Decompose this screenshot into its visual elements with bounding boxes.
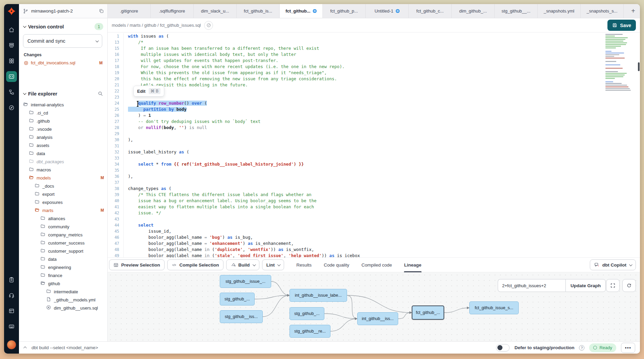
code-line[interactable]: 23 [108, 94, 640, 100]
file-tab[interactable]: _snapshots.yml [538, 4, 581, 18]
code-line[interactable]: 49 boolor_agg(label_name in ('stale', 'g… [108, 253, 640, 257]
tree-folder-item[interactable]: .ci_cd [19, 109, 107, 117]
update-graph-button[interactable]: Update Graph [565, 279, 606, 292]
changed-file-item[interactable]: fct_dbt_invocations.sql M [19, 59, 107, 66]
code-line[interactable]: 35 [108, 167, 640, 173]
explore-icon[interactable] [6, 102, 17, 113]
tree-folder-item[interactable]: martsM [19, 206, 107, 214]
tree-folder-item[interactable]: _docs [19, 182, 107, 190]
editor-scrollbar[interactable] [638, 62, 640, 71]
lineage-node[interactable]: stg_github__issue_... [220, 275, 271, 288]
tree-folder-item[interactable]: macros [19, 166, 107, 174]
file-tab[interactable]: fct_github_p... [323, 4, 366, 18]
new-tab-button[interactable]: + [626, 4, 640, 18]
code-line[interactable]: 30), [108, 137, 640, 143]
dbt-logo[interactable] [4, 4, 19, 18]
code-line[interactable]: 13 /* [108, 39, 640, 45]
tree-folder-item[interactable]: dbt_packages [19, 157, 107, 166]
dbt-copilot-button[interactable]: dbt Copilot [590, 259, 636, 270]
file-tab[interactable]: .sqlfluffignore [151, 4, 194, 18]
tree-folder-item[interactable]: data [19, 149, 107, 157]
dashboard-icon[interactable] [6, 56, 17, 66]
user-avatar[interactable] [7, 340, 16, 350]
lineage-node[interactable]: int_github__issue_labe... [289, 289, 347, 302]
lineage-node[interactable]: int_github__iss... [357, 312, 398, 325]
tree-folder-item[interactable]: engineering [19, 263, 107, 271]
tree-folder-item[interactable]: alliances [19, 214, 107, 223]
tree-folder-item[interactable]: .vscode [19, 125, 107, 133]
code-line[interactable]: 27 -- don't try deduping issues with no … [108, 119, 640, 125]
lineage-node[interactable]: fct_github_... [412, 305, 444, 320]
code-line[interactable]: 40 issue has a bug or enhancement label.… [108, 198, 640, 204]
tree-folder-item[interactable]: analysis [19, 133, 107, 141]
fullscreen-button[interactable] [606, 279, 620, 292]
refresh-button[interactable] [622, 279, 636, 292]
tree-folder-item[interactable]: .github [19, 117, 107, 125]
tree-folder-item[interactable]: customer_success [19, 239, 107, 247]
code-line[interactable]: 1with issues as ( [108, 33, 640, 39]
code-line[interactable]: 15 If an issue has been transferred to a… [108, 45, 640, 51]
code-line[interactable]: 16 multiple issues with identical body t… [108, 51, 640, 58]
code-line[interactable]: 26 ) = 1 [108, 112, 640, 119]
tree-folder-item[interactable]: customer_support [19, 247, 107, 255]
projects-icon[interactable] [6, 40, 17, 51]
branch-bar[interactable]: mirnawong1-patch-2 [19, 4, 108, 18]
preview-selection-button[interactable]: Preview Selection [109, 259, 165, 270]
file-explorer-header[interactable]: File explorer [19, 86, 107, 99]
orchestration-icon[interactable] [6, 87, 17, 98]
defer-toggle[interactable] [496, 344, 510, 352]
tab-results[interactable]: Results [296, 257, 312, 272]
file-tab[interactable]: stg_github__... [495, 4, 538, 18]
lineage-node[interactable]: stg_github__iss... [220, 310, 263, 323]
code-line[interactable]: 28 or nullif(body, '') is null [108, 125, 640, 131]
tree-folder-item[interactable]: exposures [19, 198, 107, 206]
code-line[interactable]: 36), [108, 173, 640, 180]
lineage-node[interactable]: stg_github_... [289, 307, 324, 320]
code-line[interactable]: 44 select [108, 222, 640, 228]
file-tab[interactable]: .gitignore [108, 4, 151, 18]
code-line[interactable]: 29 [108, 131, 640, 137]
code-line[interactable]: 21 Let's revisit this modeling in the fu… [108, 82, 640, 88]
code-line[interactable]: 17 will get updates for events that happ… [108, 58, 640, 64]
tree-folder-item[interactable]: assets [19, 141, 107, 149]
tab-lineage[interactable]: Lineage [404, 257, 421, 272]
code-line[interactable]: 31 [108, 143, 640, 149]
tree-folder-item[interactable]: finance [19, 271, 107, 279]
develop-icon[interactable] [6, 71, 17, 82]
file-tab[interactable]: fct_github... [280, 4, 323, 18]
tree-folder-item[interactable]: export [19, 190, 107, 198]
copy-icon[interactable] [99, 8, 104, 14]
lineage-node[interactable]: fct_github_issue_s... [469, 301, 519, 314]
info-icon[interactable]: ? [579, 345, 584, 351]
changelog-icon[interactable] [6, 305, 17, 316]
lineage-node[interactable]: stg_github_... [220, 293, 255, 305]
tab-code-quality[interactable]: Code quality [324, 257, 349, 272]
file-tab[interactable]: fct_github_c... [409, 4, 452, 18]
compile-selection-button[interactable]: Compile Selection [167, 259, 223, 270]
tree-folder-item[interactable]: intermediate [19, 288, 107, 296]
lint-button[interactable]: Lint [262, 259, 284, 270]
code-line[interactable]: 20 this has the effect of removing the n… [108, 76, 640, 82]
code-line[interactable]: 38change_types as ( [108, 186, 640, 192]
code-line[interactable]: 41 easiest way to flatten multiple label… [108, 204, 640, 210]
file-tab[interactable]: _snapshots_s... [581, 4, 624, 18]
code-line[interactable]: 19 While this prevents the old issue fro… [108, 70, 640, 76]
commit-and-sync-button[interactable]: Commit and sync [23, 34, 102, 48]
docs-icon[interactable] [6, 274, 17, 285]
code-line[interactable]: 22 [108, 88, 640, 94]
code-line[interactable]: 33 [108, 155, 640, 161]
tree-folder-item[interactable]: internal-analytics [19, 101, 107, 109]
tree-folder-item[interactable]: data [19, 255, 107, 263]
tab-compiled-code[interactable]: Compiled code [361, 257, 392, 272]
edit-tooltip[interactable]: Edit ⌘ B [133, 86, 164, 97]
tree-folder-item[interactable]: community [19, 223, 107, 231]
collapse-panel-icon[interactable] [23, 346, 27, 350]
file-tab[interactable]: dim_slack_u... [194, 4, 237, 18]
lineage-selector-input[interactable] [498, 279, 565, 292]
code-line[interactable]: 48 boolor_agg(label_name in ('duplicate'… [108, 247, 640, 253]
code-line[interactable]: 18 For now, choose the one with more rec… [108, 64, 640, 70]
file-tab[interactable]: Untitled-1 [366, 4, 409, 18]
code-line[interactable]: 42 issue. */ [108, 210, 640, 216]
code-editor[interactable]: 1with issues as (13 /*15 If an issue has… [108, 33, 640, 257]
build-button[interactable]: Build [226, 259, 259, 270]
